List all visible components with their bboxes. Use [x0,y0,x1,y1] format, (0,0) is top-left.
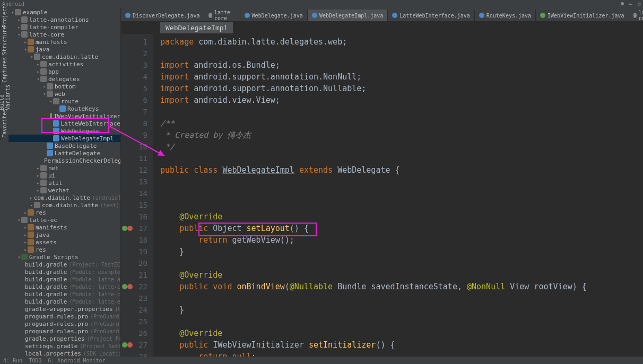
tool-tab-favorites[interactable]: Favorites [0,128,8,140]
tree-item-build-gradle[interactable]: build.gradle(Module: latte-ec) [8,298,120,305]
tree-item-latte-compiler[interactable]: ▸latte-compiler [8,23,120,31]
tree-item-proguard-rules-pro[interactable]: proguard-rules.pro(ProGuard Rules for la… [8,320,120,327]
code-editor[interactable]: package com.diabin.latte.delegates.web; … [153,34,643,357]
tree-item-build-gradle[interactable]: build.gradle(Module: latte-compiler) [8,283,120,290]
breadcrumb-class[interactable]: WebDelegateImpl [160,22,233,33]
editor-tabs: DiscoverDelegate.javalatte-coreWebDelega… [121,7,643,21]
editor-tab-latte-compiler[interactable]: latte-compiler [629,10,643,21]
tree-item-build-gradle[interactable]: build.gradle(Module: latte-core) [8,290,120,298]
project-tree[interactable]: ▾example▸latte-annotations▸latte-compile… [8,7,120,357]
tree-item-proguard-rules-pro[interactable]: proguard-rules.pro(ProGuard Rules for ex… [8,313,120,320]
status-todo[interactable]: TODO [29,358,41,363]
editor-tab-routekeys-java[interactable]: RouteKeys.java [475,10,536,21]
tree-item-com-diabin-latte[interactable]: ▸com.diabin.latte(androidTest) [8,194,120,201]
tree-item-com-diabin-latte[interactable]: ▾com.diabin.latte [8,53,120,60]
tree-item-local-properties[interactable]: local.properties(SDK Location) [8,350,120,357]
tree-item-lattewebinterface[interactable]: LatteWebInterface [8,120,120,127]
tree-item-build-gradle[interactable]: build.gradle(Project: FastEC) [8,261,120,268]
tool-tab-captures[interactable]: Captures [0,73,8,85]
editor-tab-webdelegateimpl-java[interactable]: WebDelegateImpl.java [308,10,388,21]
tree-item-webdelegate[interactable]: WebDelegate [8,127,120,135]
tree-item-proguard-rules-pro[interactable]: proguard-rules.pro(ProGuard Rules for la… [8,327,120,335]
tree-item-settings-gradle[interactable]: settings.gradle(Project Settings) [8,342,120,350]
tree-item-manifests[interactable]: ▸manifests [8,224,120,231]
status-bar: 4: Run TODO 6: Android Monitor [0,357,643,364]
tree-item-permissioncheckerdelegate[interactable]: PermissionCheckerDelegate [8,157,120,164]
tree-item-route[interactable]: ▾route [8,97,120,105]
tree-item-gradle-properties[interactable]: gradle.properties(Project Properties) [8,335,120,342]
tool-window-bar: Project Structure Captures Build Variant… [0,7,8,357]
line-gutter: 1234567891011121314151617181920212223242… [121,34,153,357]
tree-item-ui[interactable]: ▸ui [8,172,120,179]
editor-tab-lattewebinterface-java[interactable]: LatteWebInterface.java [388,10,474,21]
tree-item-example[interactable]: ▾example [8,8,120,16]
tree-item-gradle-wrapper-properties[interactable]: gradle-wrapper.properties(Gradle Version… [8,305,120,313]
collapse-icon[interactable]: ⇤ [629,1,632,7]
tree-item-net[interactable]: ▸net [8,164,120,172]
tree-item-manifests[interactable]: ▸manifests [8,38,120,46]
status-monitor[interactable]: 6: Android Monitor [48,358,105,363]
editor-tab-webdelegate-java[interactable]: WebDelegate.java [240,10,308,21]
editor-tab-iwebviewinitializer-java[interactable]: IWebViewInitializer.java [536,10,629,21]
tree-item-latte-annotations[interactable]: ▸latte-annotations [8,16,120,23]
tree-item-app[interactable]: ▸app [8,68,120,75]
tree-item-util[interactable]: ▸util [8,179,120,187]
toolbar-dot[interactable] [621,2,624,5]
breadcrumb-bar: WebDelegateImpl [121,21,643,34]
tree-item-routekeys[interactable]: RouteKeys [8,105,120,112]
tree-item-wechat[interactable]: ▸wechat [8,187,120,194]
tree-item-latte-ec[interactable]: ▾latte-ec [8,216,120,224]
tool-tab-structure[interactable]: Structure [0,46,8,57]
tree-item-basedelegate[interactable]: BaseDelegate [8,142,120,149]
tree-item-webdelegateimpl[interactable]: WebDelegateImpl [8,135,120,142]
tree-item-java[interactable]: ▸java [8,231,120,238]
tree-item-delegates[interactable]: ▾delegates [8,75,120,83]
settings-icon[interactable]: ⚙ [638,1,641,7]
tree-item-activities[interactable]: ▸activities [8,60,120,68]
editor-tab-discoverdelegate-java[interactable]: DiscoverDelegate.java [121,10,204,21]
tree-item-res[interactable]: ▸res [8,246,120,253]
tree-item-gradle-scripts[interactable]: ▾Gradle Scripts [8,253,120,261]
tree-item-com-diabin-latte[interactable]: ▸com.diabin.latte(test) [8,201,120,209]
tree-item-res[interactable]: ▸res [8,209,120,216]
tree-item-lattedelegate[interactable]: LatteDelegate [8,149,120,157]
tree-item-iwebviewinitializer[interactable]: IWebViewInitializer [8,112,120,120]
status-run[interactable]: 4: Run [3,358,22,363]
tree-item-bottom[interactable]: ▸bottom [8,83,120,90]
top-toolbar: Android ⇤ ⚙ [0,0,643,7]
tree-item-assets[interactable]: ▸assets [8,238,120,246]
project-tree-panel: ▾example▸latte-annotations▸latte-compile… [8,7,121,357]
tree-item-web[interactable]: ▾web [8,90,120,97]
tree-item-java[interactable]: ▾java [8,46,120,53]
tree-item-latte-core[interactable]: ▾latte-core [8,31,120,38]
editor-tab-latte-core[interactable]: latte-core [204,10,240,21]
tree-item-build-gradle[interactable]: build.gradle(Module: latte-annotations) [8,276,120,283]
tree-item-build-gradle[interactable]: build.gradle(Module: example) [8,268,120,276]
